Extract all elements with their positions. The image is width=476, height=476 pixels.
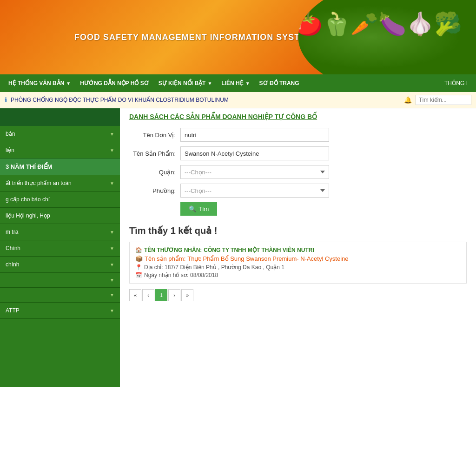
don-vi-label: Tên Đơn Vị: — [129, 132, 180, 139]
chevron-down-icon: ▼ — [110, 230, 114, 235]
vegetables-decoration: 🥬🍅🫑🥕🍆🧄🥦🌽 — [267, 0, 476, 74]
pagination-prev[interactable]: ‹ — [142, 289, 154, 301]
pagination: « ‹ 1 › » — [129, 289, 467, 301]
sidebar-item-empty1[interactable]: ▼ — [0, 273, 120, 288]
nav-item-lien-he[interactable]: LIÊN HỆ ▼ — [217, 74, 254, 92]
nav-item-so-do[interactable]: SƠ ĐỒ TRANG — [255, 74, 304, 92]
sidebar-item-bao-chi[interactable]: g cấp cho báo chí — [0, 192, 120, 208]
search-icon: 🔍 — [189, 205, 196, 212]
search-button[interactable]: 🔍 Tìm — [180, 202, 217, 216]
chevron-down-icon: ▼ — [110, 246, 114, 251]
header-banner: FOOD SAFETY MANAGEMENT INFORMATION SYSTE… — [0, 0, 476, 74]
quan-group: Quận: ---Chọn--- — [129, 165, 467, 179]
box-icon: 📦 — [135, 255, 143, 262]
content-area: DANH SÁCH CÁC SẢN PHẨM DOANH NGHIỆP TỰ C… — [120, 108, 476, 387]
phuong-group: Phường: ---Chọn--- — [129, 184, 467, 198]
sidebar-item-chinh[interactable]: Chính ▼ — [0, 240, 120, 257]
pagination-first[interactable]: « — [129, 289, 141, 301]
location-icon: 📍 — [135, 264, 142, 271]
pagination-last[interactable]: » — [181, 289, 193, 301]
chevron-down-icon: ▼ — [110, 181, 114, 186]
chevron-down-icon: ▼ — [110, 292, 114, 298]
sidebar-item-lien[interactable]: liện ▼ — [0, 142, 120, 159]
banner-text: FOOD SAFETY MANAGEMENT INFORMATION SYSTE… — [0, 33, 313, 42]
bell-icon: 🔔 — [404, 96, 412, 104]
sidebar-item-nam-thi-diem[interactable]: 3 NĂM THÍ ĐIỂM — [0, 159, 120, 175]
sidebar-item-hoi-nghi[interactable]: liệu Hội nghi, Họp — [0, 208, 120, 224]
top-nav: HỆ THỐNG VĂN BẢN ▼ HƯỚNG DẪN NỘP HỒ SƠ S… — [0, 74, 476, 92]
don-vi-input[interactable] — [180, 128, 329, 142]
pagination-current[interactable]: 1 — [155, 289, 167, 301]
chevron-down-icon: ▼ — [110, 148, 114, 153]
quan-select[interactable]: ---Chọn--- — [180, 165, 329, 179]
main-layout: bản ▼ liện ▼ 3 NĂM THÍ ĐIỂM ất triển thự… — [0, 108, 476, 387]
chevron-down-icon: ▼ — [110, 308, 114, 313]
nav-item-su-kien[interactable]: SỰ KIỆN NỔI BẬT ▼ — [154, 74, 217, 92]
sidebar-top-bar — [0, 108, 120, 126]
quan-label: Quận: — [129, 169, 180, 176]
results-title: Tìm thấy 1 kết quả ! — [129, 225, 467, 236]
sidebar: bản ▼ liện ▼ 3 NĂM THÍ ĐIỂM ất triển thự… — [0, 108, 120, 387]
address-row: 📍 Địa chỉ: 187/7 Điện Biên Phủ , Phường … — [135, 264, 461, 271]
phuong-label: Phường: — [129, 187, 180, 194]
arrow-icon: ▼ — [245, 81, 250, 86]
alert-bar: ℹ PHÒNG CHỐNG NGỘ ĐỘC THỰC PHẨM DO VI KH… — [0, 92, 476, 108]
arrow-icon: ▼ — [207, 81, 212, 86]
merchant-row: 🏠 TÊN THƯƠNG NHÂN: CÔNG TY TNHH MỘT THÀN… — [135, 247, 461, 253]
calendar-icon: 📅 — [135, 272, 142, 278]
chevron-down-icon: ▼ — [110, 262, 114, 267]
sidebar-item-attp[interactable]: ATTP ▼ — [0, 303, 120, 319]
info-icon: ℹ — [5, 96, 7, 104]
san-pham-group: Tên Sản Phẩm: — [129, 146, 467, 160]
sidebar-item-phat-trien[interactable]: ất triển thực phẩm an toàn ▼ — [0, 175, 120, 192]
search-input[interactable] — [416, 95, 471, 105]
date-row: 📅 Ngày nhận hồ sơ: 08/08/2018 — [135, 272, 461, 278]
don-vi-group: Tên Đơn Vị: — [129, 128, 467, 142]
sidebar-item-ban[interactable]: bản ▼ — [0, 126, 120, 142]
chevron-down-icon: ▼ — [110, 132, 114, 137]
arrow-icon: ▼ — [66, 81, 71, 86]
result-card: 🏠 TÊN THƯƠNG NHÂN: CÔNG TY TNHH MỘT THÀN… — [129, 242, 467, 284]
san-pham-input[interactable] — [180, 146, 329, 160]
sidebar-item-chinh2[interactable]: chính ▼ — [0, 257, 120, 273]
home-icon: 🏠 — [135, 247, 142, 253]
sidebar-item-empty2[interactable]: ▼ — [0, 288, 120, 303]
chevron-down-icon: ▼ — [110, 278, 114, 283]
nav-item-van-ban[interactable]: HỆ THỐNG VĂN BẢN ▼ — [4, 74, 75, 92]
phuong-select[interactable]: ---Chọn--- — [180, 184, 329, 198]
page-title: DANH SÁCH CÁC SẢN PHẨM DOANH NGHIỆP TỰ C… — [129, 113, 467, 120]
pagination-next[interactable]: › — [168, 289, 180, 301]
product-row: 📦 Tên sản phẩm: Thực Phẩm Bổ Sung Swanso… — [135, 255, 461, 262]
sidebar-item-kiem-tra[interactable]: m tra ▼ — [0, 224, 120, 240]
san-pham-label: Tên Sản Phẩm: — [129, 150, 180, 157]
nav-thong-item: THÔNG I — [440, 80, 472, 86]
nav-item-nop-ho-so[interactable]: HƯỚNG DẪN NỘP HỒ SƠ — [75, 74, 153, 92]
alert-text: PHÒNG CHỐNG NGỘ ĐỘC THỰC PHẨM DO VI KHUẨ… — [11, 97, 400, 103]
